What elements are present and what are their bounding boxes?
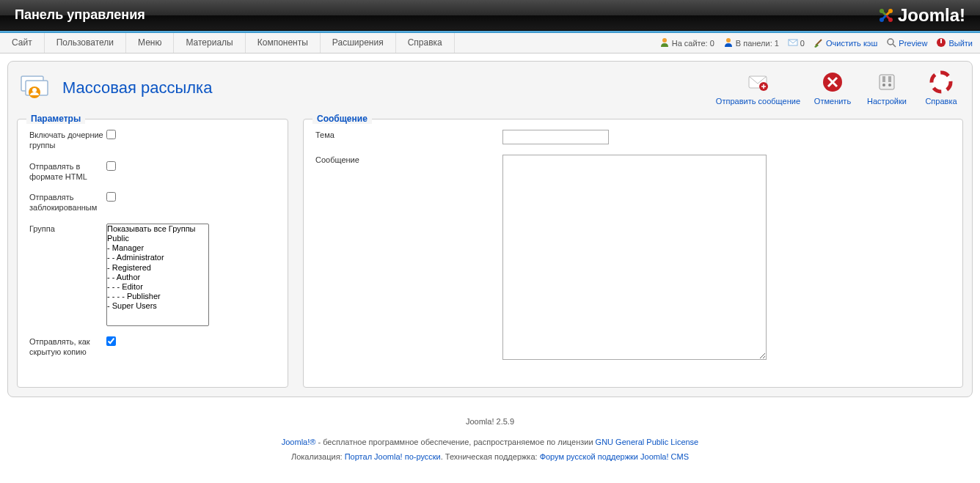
portal-link[interactable]: Портал Joomla! по-русски bbox=[345, 452, 441, 461]
menu-components[interactable]: Компоненты bbox=[246, 33, 321, 53]
svg-rect-17 bbox=[880, 75, 894, 89]
broom-icon bbox=[813, 37, 824, 49]
svg-rect-18 bbox=[882, 76, 885, 82]
user-icon bbox=[659, 37, 670, 49]
svg-point-2 bbox=[888, 18, 893, 22]
html-label: Отправлять в формате HTML bbox=[29, 161, 106, 182]
status-admins: В панели: 1 bbox=[723, 37, 779, 49]
group-option[interactable]: Показывать все Группы bbox=[107, 224, 208, 234]
row-disabled: Отправлять заблокированным bbox=[29, 192, 276, 213]
page-title: Массовая рассылка bbox=[62, 78, 212, 97]
toolbar: Отправить сообщение Отменить Настройки С… bbox=[716, 70, 963, 106]
content-wrap: Массовая рассылка Отправить сообщение От… bbox=[0, 54, 980, 405]
menubar: Сайт Пользователи Меню Материалы Компоне… bbox=[0, 33, 980, 54]
header-title: Панель управления bbox=[15, 7, 145, 23]
group-select[interactable]: Показывать все ГруппыPublic- Manager- - … bbox=[106, 224, 209, 326]
svg-point-0 bbox=[880, 9, 884, 13]
svg-point-20 bbox=[882, 84, 885, 86]
svg-rect-9 bbox=[940, 39, 942, 43]
help-button[interactable]: Справка bbox=[919, 70, 963, 106]
svg-point-5 bbox=[726, 38, 731, 43]
status-preview[interactable]: Preview bbox=[886, 37, 927, 49]
page-header: Массовая рассылка Отправить сообщение От… bbox=[17, 70, 963, 106]
disabled-checkbox[interactable] bbox=[106, 192, 116, 202]
license-link[interactable]: GNU General Public License bbox=[596, 438, 699, 446]
message-legend: Сообщение bbox=[312, 114, 372, 124]
send-label: Отправить сообщение bbox=[716, 97, 800, 106]
status-clear-cache[interactable]: Очистить кэш bbox=[813, 37, 877, 49]
group-option[interactable]: - - Author bbox=[107, 273, 208, 282]
forum-link[interactable]: Форум русской поддержки Joomla! CMS bbox=[540, 452, 689, 461]
menu-content[interactable]: Материалы bbox=[174, 33, 245, 53]
bcc-checkbox[interactable] bbox=[106, 336, 116, 346]
row-group: Группа Показывать все ГруппыPublic- Mana… bbox=[29, 224, 276, 326]
group-option[interactable]: - Super Users bbox=[107, 301, 208, 311]
group-option[interactable]: - - - Editor bbox=[107, 282, 208, 292]
group-option[interactable]: - - - - Publisher bbox=[107, 292, 208, 301]
menu-site[interactable]: Сайт bbox=[0, 33, 45, 53]
options-label: Настройки bbox=[865, 97, 909, 106]
options-icon bbox=[875, 70, 899, 94]
svg-point-22 bbox=[932, 73, 951, 92]
svg-point-21 bbox=[888, 84, 891, 86]
menu-help[interactable]: Справка bbox=[396, 33, 455, 53]
logo: Joomla! bbox=[877, 5, 965, 26]
footer-line1: Joomla!® - бесплатное программное обеспе… bbox=[10, 435, 970, 450]
footer-line2: Локализация: Портал Joomla! по-русски. Т… bbox=[10, 450, 970, 465]
group-label: Группа bbox=[29, 224, 106, 234]
menu-extensions[interactable]: Расширения bbox=[321, 33, 396, 53]
body-label: Сообщение bbox=[315, 155, 502, 165]
form-columns: Параметры Включать дочерние группы Отпра… bbox=[17, 119, 963, 388]
recurse-label: Включать дочерние группы bbox=[29, 130, 106, 151]
html-checkbox[interactable] bbox=[106, 161, 116, 171]
cancel-button[interactable]: Отменить bbox=[811, 70, 855, 106]
recurse-checkbox[interactable] bbox=[106, 130, 116, 139]
row-html: Отправлять в формате HTML bbox=[29, 161, 276, 182]
group-option[interactable]: - Registered bbox=[107, 263, 208, 273]
status-bar: На сайте: 0 В панели: 1 0 Очистить кэш P… bbox=[652, 33, 980, 53]
svg-point-1 bbox=[888, 9, 893, 13]
group-option[interactable]: - - Administrator bbox=[107, 253, 208, 262]
joomla-link[interactable]: Joomla!® bbox=[282, 438, 316, 446]
help-icon bbox=[929, 70, 953, 94]
search-icon bbox=[886, 37, 896, 49]
row-recurse: Включать дочерние группы bbox=[29, 130, 276, 151]
bcc-label: Отправлять, как скрытую копию bbox=[29, 336, 106, 358]
row-subject: Тема bbox=[315, 130, 951, 144]
svg-point-4 bbox=[662, 38, 667, 43]
version: Joomla! 2.5.9 bbox=[10, 415, 970, 429]
body-textarea[interactable] bbox=[502, 155, 767, 360]
massmail-icon bbox=[17, 70, 52, 106]
subject-input[interactable] bbox=[502, 130, 609, 144]
header: Панель управления Joomla! bbox=[0, 0, 980, 31]
cancel-label: Отменить bbox=[811, 97, 855, 106]
row-bcc: Отправлять, как скрытую копию bbox=[29, 336, 276, 358]
page-title-wrap: Массовая рассылка bbox=[17, 70, 212, 106]
params-fieldset: Параметры Включать дочерние группы Отпра… bbox=[17, 119, 288, 388]
menu-users[interactable]: Пользователи bbox=[45, 33, 126, 53]
mail-icon bbox=[788, 38, 798, 48]
svg-point-3 bbox=[880, 18, 884, 22]
content-box: Массовая рассылка Отправить сообщение От… bbox=[7, 61, 973, 397]
status-messages[interactable]: 0 bbox=[788, 38, 805, 48]
menu-left: Сайт Пользователи Меню Материалы Компоне… bbox=[0, 33, 455, 53]
admin-icon bbox=[723, 37, 734, 49]
group-option[interactable]: Public bbox=[107, 234, 208, 243]
menu-menus[interactable]: Меню bbox=[126, 33, 174, 53]
subject-label: Тема bbox=[315, 130, 502, 140]
help-label: Справка bbox=[919, 97, 963, 106]
cancel-icon bbox=[821, 70, 844, 94]
joomla-icon bbox=[877, 7, 895, 24]
footer: Joomla! 2.5.9 Joomla!® - бесплатное прог… bbox=[0, 405, 980, 474]
svg-point-7 bbox=[888, 39, 893, 45]
options-button[interactable]: Настройки bbox=[865, 70, 909, 106]
logo-text: Joomla! bbox=[898, 5, 965, 26]
send-button[interactable]: Отправить сообщение bbox=[716, 70, 800, 106]
message-fieldset: Сообщение Тема Сообщение bbox=[303, 119, 963, 388]
params-legend: Параметры bbox=[26, 114, 85, 124]
group-option[interactable]: - Manager bbox=[107, 243, 208, 253]
svg-rect-19 bbox=[888, 76, 891, 82]
disabled-label: Отправлять заблокированным bbox=[29, 192, 106, 213]
row-body: Сообщение bbox=[315, 155, 951, 362]
status-logout[interactable]: Выйти bbox=[936, 37, 973, 49]
